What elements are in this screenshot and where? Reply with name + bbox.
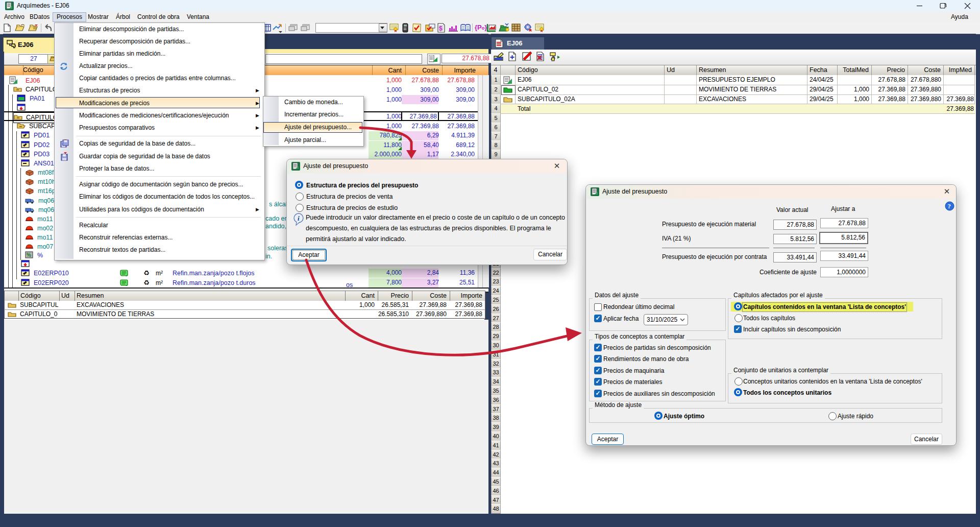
svg-text:i: i (298, 214, 300, 222)
svg-text:?: ? (948, 202, 951, 210)
svg-text:$: $ (439, 25, 443, 32)
svg-text:%: % (27, 252, 31, 258)
